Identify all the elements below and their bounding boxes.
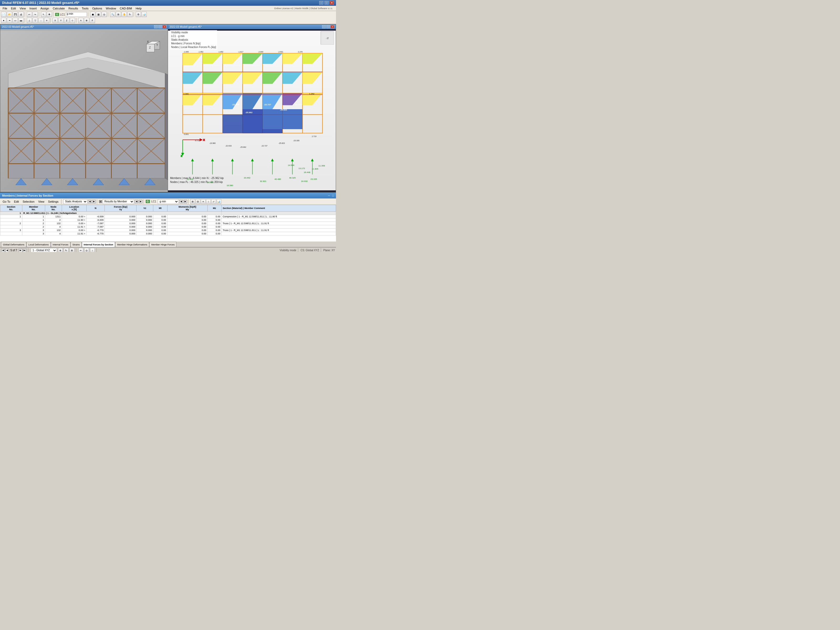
panel-3d-close[interactable]: ✕ [163, 25, 166, 28]
menu-help[interactable]: Help [134, 6, 143, 11]
lc-combo[interactable]: g min [66, 12, 87, 17]
next-page-btn[interactable]: ▶ [19, 249, 22, 252]
y-view-button[interactable]: Y [58, 18, 63, 23]
select-button[interactable]: ↖ [41, 12, 46, 17]
status-btn2[interactable]: ◎ [84, 248, 89, 252]
menu-calculate[interactable]: Calculate [51, 6, 66, 11]
member-button[interactable]: ━ [7, 18, 12, 23]
tab-member-hinge-deformations[interactable]: Member Hinge Deformations [115, 242, 149, 247]
pan-button[interactable]: ✋ [122, 12, 127, 17]
render-button[interactable]: ◼ [90, 12, 95, 17]
results-tb2[interactable]: ⊟ [196, 199, 200, 204]
menu-window[interactable]: Window [104, 6, 118, 11]
model-3d-viewport[interactable]: Z Y X [0, 29, 168, 192]
z-view-button[interactable]: Z [64, 18, 69, 23]
solid-button[interactable]: ▬ [18, 18, 24, 23]
nav-selection[interactable]: Selection [21, 199, 36, 204]
results-fullscreen[interactable]: □ [332, 194, 334, 197]
panel-fem-maximize[interactable]: □ [326, 25, 330, 28]
node-button[interactable]: ● [1, 18, 6, 23]
cell-loc: 0.00 ≈ [62, 229, 87, 232]
results-lc-combo[interactable]: g min [158, 199, 179, 204]
last-page-btn[interactable]: ▶| [23, 249, 27, 252]
results-next-btn[interactable]: ▶ [139, 200, 142, 204]
iso-view-button[interactable]: ⊹ [70, 18, 75, 23]
analysis-prev-btn[interactable]: ◀ [88, 200, 92, 204]
undo-button[interactable]: ↩ [27, 12, 32, 17]
menu-results[interactable]: Results [67, 6, 80, 11]
show-axes-button[interactable]: ⊗ [84, 18, 89, 23]
menu-assign[interactable]: Assign [39, 6, 51, 11]
status-btn3[interactable]: ↕ [90, 248, 95, 252]
load-button[interactable]: ↓ [38, 18, 44, 23]
support-button[interactable]: ▽ [33, 18, 38, 23]
fem-viewport[interactable]: Visibility mode LC1 · g min Static Analy… [168, 29, 336, 192]
first-page-btn[interactable]: |◀ [1, 249, 5, 252]
cs-btn3[interactable]: ⊞ [69, 248, 74, 252]
tab-global-deformations[interactable]: Global Deformations [1, 242, 26, 247]
status-btn1[interactable]: ✏ [79, 248, 83, 252]
menu-file[interactable]: File [1, 6, 9, 11]
nav-edit[interactable]: Edit [12, 199, 21, 204]
tab-strains[interactable]: Strains [71, 242, 82, 247]
zoom-fit-button[interactable]: ⊞ [116, 12, 121, 17]
table-container[interactable]: SectionNo. MemberNo. NodeNo. Locationx [… [0, 205, 336, 242]
x-view-button[interactable]: X [52, 18, 58, 23]
results-tb6[interactable]: 📊 [216, 199, 221, 204]
cs-btn1[interactable]: ⊗ [58, 248, 63, 252]
results-prev-btn[interactable]: ◀ [135, 200, 138, 204]
section-button[interactable]: ⊥ [27, 18, 32, 23]
tab-internal-forces[interactable]: Internal Forces [51, 242, 70, 247]
menu-cadbim[interactable]: CAD-BIM [118, 6, 133, 11]
prev-page-btn[interactable]: ◀ [5, 249, 9, 252]
surface-button[interactable]: ▭ [13, 18, 18, 23]
analysis-combo[interactable]: Static Analysis [63, 199, 87, 204]
cs-btn2[interactable]: ↻ [64, 248, 68, 252]
nav-settings[interactable]: Settings [46, 199, 60, 204]
results-tb1[interactable]: ⊞ [190, 199, 195, 204]
analysis-next-btn[interactable]: ▶ [92, 200, 96, 204]
menu-options[interactable]: Options [90, 6, 104, 11]
rotate-button[interactable]: ↻ [127, 12, 133, 17]
results-tb3[interactable]: ≡ [201, 199, 205, 204]
nav-view[interactable]: View [36, 199, 46, 204]
tab-local-deformations[interactable]: Local Deformations [27, 242, 51, 247]
save-button[interactable]: 💾 [13, 12, 18, 17]
redo-button[interactable]: ↪ [33, 12, 38, 17]
results-button[interactable]: 📊 [142, 12, 147, 17]
nav-goto[interactable]: Go To [1, 199, 12, 204]
open-button[interactable]: 📂 [7, 12, 12, 17]
show-labels-button[interactable]: A [78, 18, 84, 23]
panel-fem-minimize[interactable]: ─ [322, 25, 326, 28]
close-button[interactable]: ✕ [330, 1, 334, 5]
results-tb5[interactable]: ⤢ [211, 199, 216, 204]
maximize-button[interactable]: □ [324, 1, 328, 5]
calculate-button[interactable]: ⚙ [136, 12, 141, 17]
menu-tools[interactable]: Tools [80, 6, 90, 11]
menu-insert[interactable]: Insert [28, 6, 38, 11]
menu-edit[interactable]: Edit [9, 6, 17, 11]
results-by-combo[interactable]: Results by Member [103, 199, 134, 204]
wireframe-button[interactable]: ▦ [96, 12, 101, 17]
panel-3d-minimize[interactable]: ─ [154, 25, 158, 28]
print-button[interactable]: 🖨 [18, 12, 24, 17]
panel-3d-maximize[interactable]: □ [158, 25, 162, 28]
cell-section: 2 [0, 222, 22, 225]
results-minimize[interactable]: ─ [328, 194, 330, 197]
panel-fem-close[interactable]: ✕ [330, 25, 334, 28]
result-table-button[interactable]: ≡ [44, 18, 49, 23]
move-button[interactable]: ✥ [47, 12, 52, 17]
minimize-button[interactable]: ─ [319, 1, 324, 5]
results-lc-next[interactable]: ▶ [183, 200, 187, 204]
results-tb4[interactable]: ↕ [206, 199, 211, 204]
cell-vy: 0.000 [105, 215, 136, 218]
new-button[interactable]: 📄 [1, 12, 6, 17]
tab-internal-forces-section[interactable]: Internal Forces by Section [82, 242, 115, 247]
tab-member-hinge-forces[interactable]: Member Hinge Forces [149, 242, 177, 247]
coordinate-system-combo[interactable]: 1 - Global XYZ [31, 248, 57, 252]
zoom-button[interactable]: 🔍 [110, 12, 115, 17]
show-loads-button[interactable]: F [90, 18, 95, 23]
display-button[interactable]: ◎ [102, 12, 107, 17]
menu-view[interactable]: View [18, 6, 28, 11]
results-lc-prev[interactable]: ◀ [179, 200, 183, 204]
